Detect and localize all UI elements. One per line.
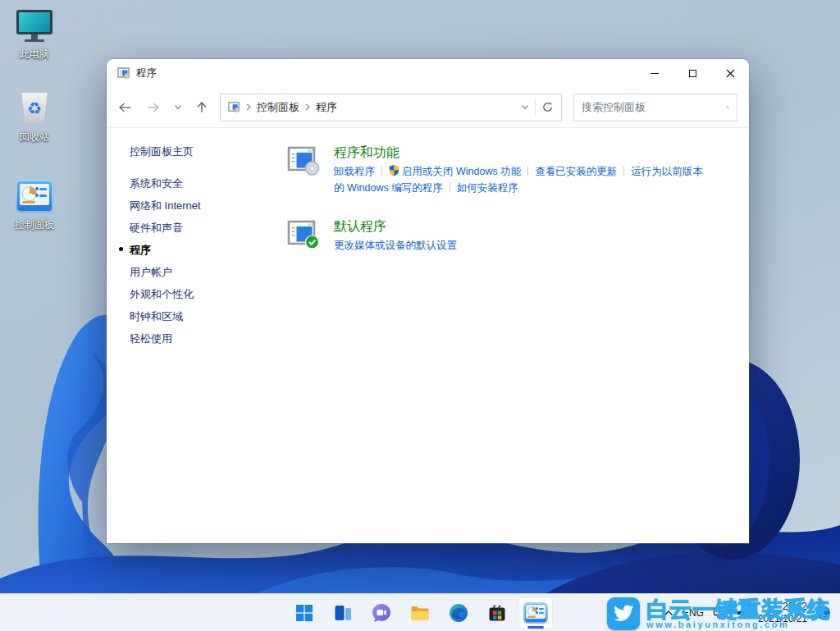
minimize-button[interactable] [636,59,673,87]
sidebar-item-system-security[interactable]: 系统和安全 [130,176,276,191]
close-button[interactable] [711,59,749,87]
back-button[interactable] [118,102,132,113]
tray-time: 22:32 [758,601,807,613]
section-title-default-programs[interactable]: 默认程序 [334,218,457,235]
desktop-icon-label: 回收站 [20,130,49,144]
link-separator [527,166,528,176]
search-input[interactable] [582,101,726,113]
start-button[interactable] [287,597,322,629]
section-programs-and-features: 程序和功能 卸载程序启用或关闭 Windows 功能查看已安装的更新运行为以前版… [287,144,749,196]
task-view-icon [333,603,353,623]
this-pc-icon [15,7,54,44]
store-icon [487,603,507,623]
search-box[interactable] [573,94,737,121]
network-icon[interactable] [713,606,727,619]
tray-date: 2021/10/21 [758,613,807,625]
taskbar: ENG 22:32 2021/10/21 1 [0,593,840,631]
control-panel-app-icon [523,602,548,624]
maximize-icon [689,70,696,77]
sidebar-item-clock-region[interactable]: 时钟和区域 [130,309,276,324]
breadcrumb-item-control-panel[interactable]: 控制面板 [257,100,299,115]
sidebar-item-ease-of-access[interactable]: 轻松使用 [130,332,276,346]
sidebar-item-programs: 程序 [130,243,276,258]
breadcrumb-divider [535,98,536,117]
task-view-button[interactable] [326,597,360,629]
desktop-icon-label: 此电脑 [20,48,49,62]
section-default-programs: 默认程序 更改媒体或设备的默认设置 [287,218,749,254]
forward-button[interactable] [146,102,160,113]
desktop-icon-recycle-bin[interactable]: ♻ 回收站 [5,89,64,144]
window-body: 控制面板主页 系统和安全 网络和 Internet 硬件和声音 程序 用户帐户 … [107,128,749,543]
sidebar-item-user-accounts[interactable]: 用户帐户 [130,265,276,280]
volume-icon[interactable] [736,607,749,619]
link-turn-windows-features[interactable]: 启用或关闭 Windows 功能 [402,166,521,177]
link-separator [623,166,624,176]
edge-icon [448,602,469,624]
sidebar-item-network-internet[interactable]: 网络和 Internet [130,199,276,213]
programs-and-features-icon[interactable] [287,146,320,176]
link-separator [450,182,450,192]
control-panel-icon [15,177,54,215]
edge-button[interactable] [441,597,476,629]
breadcrumb[interactable]: 控制面板 程序 [220,94,562,121]
link-separator [381,166,382,176]
breadcrumb-chevron-icon [305,103,310,111]
section-title-programs-and-features[interactable]: 程序和功能 [334,144,705,162]
hidden-icons-chevron-icon[interactable] [664,610,673,616]
titlebar[interactable]: 程序 [107,59,749,87]
address-dropdown-icon[interactable] [521,104,529,110]
windows-start-icon [294,603,314,623]
sidebar: 控制面板主页 系统和安全 网络和 Internet 硬件和声音 程序 用户帐户 … [107,144,276,543]
uac-shield-icon [389,164,399,176]
control-panel-taskbar-button[interactable] [518,597,553,629]
desktop-icons: 此电脑 ♻ 回收站 控制面板 [5,7,64,260]
desktop-icon-this-pc[interactable]: 此电脑 [5,7,64,62]
navigation-bar: 控制面板 程序 [107,87,749,128]
active-app-indicator [527,626,544,629]
search-icon[interactable] [726,102,729,113]
desktop-icon-label: 控制面板 [15,218,54,232]
sidebar-item-appearance[interactable]: 外观和个性化 [130,287,276,302]
notification-badge[interactable]: 1 [816,606,830,620]
desktop: 此电脑 ♻ 回收站 控制面板 [0,0,840,631]
sidebar-item-hardware-sound[interactable]: 硬件和声音 [130,221,276,235]
chat-icon [371,602,392,624]
recycle-bin-icon: ♻ [15,89,54,127]
chat-button[interactable] [364,597,399,629]
sidebar-item-home[interactable]: 控制面板主页 [130,144,276,159]
link-uninstall-program[interactable]: 卸载程序 [334,166,375,177]
window-title: 程序 [136,66,157,80]
window-title-icon [117,66,130,80]
link-view-installed-updates[interactable]: 查看已安装的更新 [535,166,617,177]
close-icon [726,69,735,78]
breadcrumb-chevron-icon [246,103,251,111]
desktop-icon-control-panel[interactable]: 控制面板 [5,177,64,232]
recycle-symbol: ♻ [27,100,42,117]
link-change-default-settings[interactable]: 更改媒体或设备的默认设置 [334,240,457,251]
refresh-button[interactable] [541,101,554,113]
file-explorer-button[interactable] [403,597,437,629]
link-how-to-install[interactable]: 如何安装程序 [457,182,518,194]
control-panel-window: 程序 [107,59,749,543]
default-programs-icon[interactable] [287,220,320,249]
file-explorer-icon [409,602,431,624]
minimize-icon [651,73,659,74]
store-button[interactable] [480,597,514,629]
breadcrumb-control-panel-icon [228,101,240,113]
language-indicator[interactable]: ENG [682,607,704,619]
maximize-button[interactable] [673,59,711,87]
system-tray: ENG 22:32 2021/10/21 1 [664,594,830,631]
recent-pages-dropdown[interactable] [174,104,182,110]
up-button[interactable] [196,101,208,113]
taskbar-clock[interactable]: 22:32 2021/10/21 [758,601,807,625]
breadcrumb-item-programs[interactable]: 程序 [316,100,337,115]
active-bullet [119,247,123,251]
main-content: 程序和功能 卸载程序启用或关闭 Windows 功能查看已安装的更新运行为以前版… [276,144,749,543]
